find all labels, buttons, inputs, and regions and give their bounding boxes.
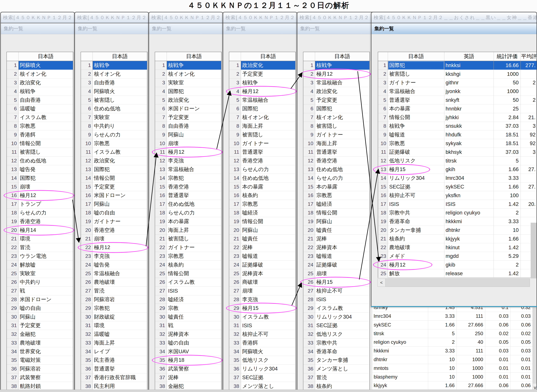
term-cell[interactable]: 国際犯 bbox=[93, 165, 147, 174]
table-row[interactable]: 32核抑止不可 bbox=[229, 330, 295, 339]
table-row[interactable]: 19阿蘇山 bbox=[303, 217, 370, 226]
term-cell[interactable]: 民主香港 bbox=[93, 356, 147, 365]
term-cell-english[interactable]: release bbox=[444, 269, 494, 278]
term-cell[interactable]: 予定変更 bbox=[93, 182, 147, 191]
table-row[interactable]: 7イスラム教 bbox=[7, 113, 73, 122]
table-row[interactable]: 9らせんの力 bbox=[81, 131, 147, 139]
table-row[interactable]: 23嘘報道 bbox=[303, 252, 370, 261]
term-cell[interactable]: 香港餌 bbox=[241, 339, 295, 347]
term-cell-japanese[interactable]: 極月15 bbox=[388, 165, 444, 174]
table-row[interactable]: 21環境 bbox=[7, 234, 73, 243]
term-cell[interactable]: 核戦争 bbox=[315, 61, 370, 70]
term-cell-english[interactable]: mgdd bbox=[444, 252, 494, 261]
table-row[interactable]: 12香港空港 bbox=[229, 157, 295, 165]
table-row[interactable]: 4国際犯 bbox=[155, 87, 221, 96]
term-cell[interactable]: ガイトナー bbox=[93, 217, 147, 226]
table-row[interactable]: 18嘘経済 bbox=[229, 209, 295, 217]
table-row[interactable]: 2被害隠しkkshgi1000 bbox=[378, 70, 537, 79]
term-cell[interactable]: 阿蘇山 bbox=[167, 131, 221, 139]
table-row[interactable]: 20海面上昇 bbox=[155, 226, 221, 234]
table-row[interactable]: 9阿蘇山 bbox=[155, 131, 221, 139]
term-cell[interactable]: 嘘経済 bbox=[241, 209, 295, 217]
term-cell[interactable]: 情報公開 bbox=[167, 269, 221, 278]
table-row[interactable]: 33農地破壊 bbox=[7, 339, 73, 347]
table-row[interactable]: 22ガイトナー bbox=[155, 243, 221, 252]
table-row[interactable]: 33海面上昇 bbox=[81, 339, 147, 347]
table-row[interactable]: 1核戦争 bbox=[81, 61, 147, 70]
table-row[interactable]: 4核戦争 bbox=[7, 87, 73, 96]
term-cell[interactable]: 海面上昇 bbox=[167, 226, 221, 234]
term-cell[interactable]: 嘘告発 bbox=[93, 261, 147, 269]
table-row[interactable]: 14住めぬ低地 bbox=[229, 174, 295, 182]
term-cell-english[interactable]: hkkkmi bbox=[444, 217, 494, 226]
term-cell[interactable]: 予定変更 bbox=[167, 113, 221, 122]
table-row[interactable]: 31SEC証拠 bbox=[303, 321, 370, 330]
term-cell-japanese[interactable]: メギド bbox=[388, 252, 444, 261]
term-cell[interactable]: イスラム教 bbox=[93, 148, 147, 157]
table-row[interactable]: 28阿蘇溶岩 bbox=[81, 295, 147, 304]
term-cell[interactable]: 嘘責任 bbox=[167, 313, 221, 321]
term-cell[interactable]: 阿蘇溶岩 bbox=[19, 365, 73, 373]
term-cell-english[interactable]: kkjyyk bbox=[444, 234, 494, 243]
term-cell[interactable]: 宗教悪 bbox=[19, 122, 73, 131]
table-row[interactable]: 17トランプ bbox=[7, 200, 73, 209]
term-cell-japanese[interactable]: 解放 bbox=[388, 269, 444, 278]
term-cell[interactable]: 戦 bbox=[19, 287, 73, 295]
table-row[interactable]: 25実験室 bbox=[7, 269, 73, 278]
term-cell[interactable]: 宗教中共 bbox=[315, 339, 370, 347]
table-row[interactable]: 14国際犯 bbox=[7, 174, 73, 182]
table-row[interactable]: 35極月18 bbox=[155, 356, 221, 365]
table-row[interactable]: 17住めぬ低地 bbox=[155, 200, 221, 209]
table-row[interactable]: 31環境 bbox=[81, 321, 147, 330]
term-cell-japanese[interactable]: 情報公開 bbox=[388, 113, 444, 122]
term-cell[interactable]: 崩壊 bbox=[241, 287, 295, 295]
table-row[interactable]: 1核戦争 bbox=[303, 61, 370, 70]
table-row[interactable]: 19ガイトナー bbox=[81, 217, 147, 226]
term-cell[interactable]: イスラム教 bbox=[167, 278, 221, 287]
term-cell[interactable]: 常温核融合 bbox=[167, 165, 221, 174]
table-row[interactable]: 17嘘経済 bbox=[303, 200, 370, 209]
term-cell[interactable]: 政治変化 bbox=[315, 87, 370, 96]
term-cell[interactable]: 証拠爆破 bbox=[315, 261, 370, 269]
table-row[interactable]: 18嘘の自由 bbox=[81, 209, 147, 217]
term-cell[interactable]: リムリック304 bbox=[315, 313, 370, 321]
table-row[interactable]: 15本の暴露 bbox=[303, 182, 370, 191]
table-row[interactable]: 30阿蘇山 bbox=[7, 313, 73, 321]
term-cell[interactable]: 宗教犯 bbox=[93, 304, 147, 313]
window-title-bar[interactable]: 検索[４５０ＫＫＮＰ１２月２＿＿おくされ＿＿黒い＿＿女神＿＿香港デモ排除＿＿阿 bbox=[371, 12, 537, 23]
table-row[interactable]: 2核イオン化 bbox=[7, 70, 73, 79]
table-row[interactable]: 2核イオン化 bbox=[81, 70, 147, 79]
table-row[interactable]: 8被害隠し bbox=[303, 122, 370, 131]
term-cell[interactable]: 嘘の自由 bbox=[93, 209, 147, 217]
table-row[interactable]: 2極月12 bbox=[303, 70, 370, 79]
term-cell-english[interactable]: titrsk bbox=[444, 157, 494, 165]
term-cell-japanese[interactable]: 嘘報道 bbox=[388, 131, 444, 139]
term-cell[interactable]: 核抑止不可 bbox=[241, 330, 295, 339]
term-cell[interactable]: 金融犯 bbox=[19, 330, 73, 339]
term-cell[interactable]: 極月12 bbox=[93, 243, 147, 252]
window-title-bar[interactable]: 検索[４５０ＫＫＮＰ１２月２ bbox=[149, 12, 223, 23]
term-cell[interactable]: 中共釣り bbox=[19, 278, 73, 287]
term-cell-english[interactable]: jyonkk bbox=[444, 87, 494, 96]
table-row[interactable]: 22冒涜 bbox=[7, 243, 73, 252]
term-cell[interactable]: SEC証拠 bbox=[241, 373, 295, 382]
term-cell[interactable]: 戦 bbox=[167, 321, 221, 330]
table-row[interactable]: 27戦 bbox=[7, 287, 73, 295]
term-cell[interactable]: 香港空港 bbox=[19, 217, 73, 226]
term-cell-japanese[interactable]: 香港革命 bbox=[388, 217, 444, 226]
background-table-row[interactable]: dhtnkr1010000.010.01 bbox=[372, 355, 533, 364]
table-row[interactable]: 14情報公開 bbox=[81, 174, 147, 182]
table-row[interactable]: 38民主利用 bbox=[81, 382, 147, 391]
table-row[interactable]: 32温暖嘘 bbox=[81, 330, 147, 339]
window-title-bar[interactable]: 検索[４５０ＫＫＮＰ１２月２ bbox=[75, 12, 148, 23]
table-row[interactable]: 29嘘の自由 bbox=[7, 304, 73, 313]
term-cell[interactable]: 極月12 bbox=[315, 70, 370, 79]
table-row[interactable]: 3政治変化 bbox=[7, 79, 73, 87]
term-cell[interactable]: 環境 bbox=[19, 234, 73, 243]
background-table-row[interactable]: hkkkmi3.331110.030.03 bbox=[372, 347, 533, 355]
term-cell[interactable]: 宗教犯 bbox=[167, 174, 221, 182]
table-row[interactable]: 17阿蘇山 bbox=[81, 200, 147, 209]
term-cell[interactable]: 政治変化 bbox=[241, 61, 295, 70]
term-cell[interactable]: 香港革命 bbox=[315, 347, 370, 356]
table-row[interactable]: 28米国ドローン bbox=[7, 295, 73, 304]
